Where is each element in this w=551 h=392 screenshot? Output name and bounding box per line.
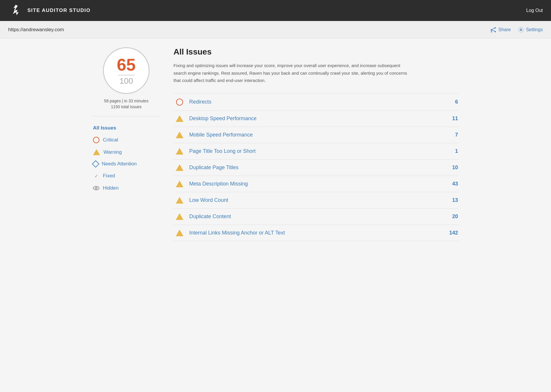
total-issues: 1150 total issues bbox=[104, 104, 148, 109]
issue-label: Meta Description Missing bbox=[189, 181, 442, 187]
issue-row-duplicate-titles[interactable]: Duplicate Page Titles 10 bbox=[173, 160, 459, 176]
sidebar: 65 100 58 pages | in 33 minutes 1150 tot… bbox=[92, 47, 168, 241]
triangle-yellow-icon bbox=[176, 115, 183, 122]
issue-icon-area bbox=[175, 164, 185, 171]
pages-info: 58 pages | in 33 minutes bbox=[104, 99, 148, 103]
issue-icon-area bbox=[175, 132, 185, 138]
fixed-label: Fixed bbox=[103, 173, 115, 179]
share-icon bbox=[490, 27, 496, 33]
issue-row-desktop-speed[interactable]: Desktop Speed Performance 11 bbox=[173, 111, 459, 127]
triangle-yellow-icon bbox=[176, 230, 183, 236]
fixed-icon: ✓ bbox=[93, 173, 99, 179]
content-description: Fixing and optimizing issues will increa… bbox=[173, 62, 413, 84]
score-divider bbox=[118, 75, 134, 75]
app-title: SITE AUDITOR STUDIO bbox=[27, 8, 90, 13]
issue-icon-area bbox=[175, 148, 185, 155]
share-label: Share bbox=[498, 27, 511, 32]
logo-area: SITE AUDITOR STUDIO bbox=[8, 3, 90, 18]
svg-point-6 bbox=[495, 31, 496, 32]
critical-icon bbox=[93, 137, 99, 143]
issue-label: Redirects bbox=[189, 99, 442, 105]
issue-label: Low Word Count bbox=[189, 197, 442, 203]
triangle-yellow-icon bbox=[176, 213, 183, 220]
issue-label: Mobile Speed Performance bbox=[189, 132, 442, 138]
issue-count: 43 bbox=[446, 181, 458, 187]
issue-count: 11 bbox=[446, 116, 458, 122]
svg-line-8 bbox=[492, 30, 495, 31]
issues-list: Redirects 6 Desktop Speed Performance 11… bbox=[173, 94, 459, 241]
hidden-icon bbox=[93, 185, 99, 191]
warning-icon bbox=[93, 149, 100, 155]
issue-row-page-title-length[interactable]: Page Title Too Long or Short 1 bbox=[173, 143, 459, 160]
triangle-yellow-icon bbox=[176, 197, 183, 204]
sidebar-item-warning[interactable]: Warning bbox=[92, 146, 161, 158]
triangle-yellow-icon bbox=[176, 164, 183, 171]
score-circle: 65 100 bbox=[103, 47, 150, 94]
svg-point-3 bbox=[16, 5, 17, 6]
main-container: 65 100 58 pages | in 33 minutes 1150 tot… bbox=[86, 38, 465, 250]
needs-attention-icon bbox=[92, 160, 99, 167]
sub-header: https://andrewansley.com Share Settings bbox=[0, 21, 551, 38]
score-max: 100 bbox=[120, 77, 133, 85]
settings-icon bbox=[518, 27, 524, 33]
svg-point-10 bbox=[491, 30, 492, 31]
sidebar-item-all-issues[interactable]: All Issues bbox=[92, 122, 161, 134]
sidebar-item-fixed[interactable]: ✓ Fixed bbox=[92, 170, 161, 182]
issue-icon-area bbox=[175, 230, 185, 236]
issue-row-mobile-speed[interactable]: Mobile Speed Performance 7 bbox=[173, 127, 459, 143]
raven-logo-icon bbox=[8, 3, 23, 18]
score-current: 65 bbox=[117, 56, 136, 73]
issue-icon-area bbox=[175, 99, 185, 106]
svg-point-13 bbox=[95, 187, 97, 189]
issue-count: 142 bbox=[446, 230, 458, 236]
site-url: https://andrewansley.com bbox=[8, 27, 64, 33]
circle-red-icon bbox=[176, 99, 183, 106]
issue-icon-area bbox=[175, 197, 185, 204]
sidebar-nav: All Issues Critical Warning Needs Attent… bbox=[92, 122, 161, 194]
issue-icon-area bbox=[175, 213, 185, 220]
issue-icon-area bbox=[175, 115, 185, 122]
share-action[interactable]: Share bbox=[490, 27, 511, 33]
logout-button[interactable]: Log Out bbox=[526, 8, 543, 13]
triangle-yellow-icon bbox=[176, 148, 183, 155]
issue-label: Internal Links Missing Anchor or ALT Tex… bbox=[189, 230, 442, 236]
sidebar-item-needs-attention[interactable]: Needs Attention bbox=[92, 158, 161, 170]
svg-point-12 bbox=[93, 186, 99, 190]
issue-count: 1 bbox=[446, 148, 458, 154]
hidden-label: Hidden bbox=[103, 185, 119, 191]
all-issues-label: All Issues bbox=[93, 125, 116, 131]
warning-label: Warning bbox=[103, 149, 122, 155]
svg-point-11 bbox=[520, 29, 522, 31]
issue-count: 20 bbox=[446, 214, 458, 220]
issue-row-internal-links[interactable]: Internal Links Missing Anchor or ALT Tex… bbox=[173, 225, 459, 241]
issue-count: 13 bbox=[446, 197, 458, 203]
issue-label: Page Title Too Long or Short bbox=[189, 148, 442, 154]
needs-attention-label: Needs Attention bbox=[102, 161, 137, 167]
sidebar-item-hidden[interactable]: Hidden bbox=[92, 182, 161, 194]
issue-count: 10 bbox=[446, 164, 458, 171]
svg-rect-9 bbox=[491, 31, 492, 32]
issue-label: Duplicate Content bbox=[189, 214, 442, 220]
triangle-yellow-icon bbox=[176, 181, 183, 187]
issue-row-meta-description[interactable]: Meta Description Missing 43 bbox=[173, 176, 459, 192]
settings-action[interactable]: Settings bbox=[518, 27, 543, 33]
issue-count: 6 bbox=[446, 99, 458, 105]
score-section: 65 100 58 pages | in 33 minutes 1150 tot… bbox=[92, 47, 161, 116]
issue-icon-area bbox=[175, 181, 185, 187]
issue-label: Duplicate Page Titles bbox=[189, 164, 442, 171]
critical-label: Critical bbox=[103, 137, 118, 143]
triangle-yellow-icon bbox=[176, 132, 183, 138]
header-actions: Share Settings bbox=[490, 27, 543, 33]
score-meta: 58 pages | in 33 minutes 1150 total issu… bbox=[104, 99, 148, 109]
settings-label: Settings bbox=[526, 27, 543, 32]
issue-count: 7 bbox=[446, 132, 458, 138]
page-title: All Issues bbox=[173, 47, 459, 57]
svg-line-7 bbox=[492, 28, 495, 29]
issue-row-duplicate-content[interactable]: Duplicate Content 20 bbox=[173, 209, 459, 225]
issue-row-low-word-count[interactable]: Low Word Count 13 bbox=[173, 192, 459, 209]
svg-point-5 bbox=[495, 27, 496, 29]
issue-row-redirects[interactable]: Redirects 6 bbox=[173, 94, 459, 111]
main-header: SITE AUDITOR STUDIO Log Out bbox=[0, 0, 551, 21]
sidebar-item-critical[interactable]: Critical bbox=[92, 134, 161, 146]
issue-label: Desktop Speed Performance bbox=[189, 116, 442, 122]
